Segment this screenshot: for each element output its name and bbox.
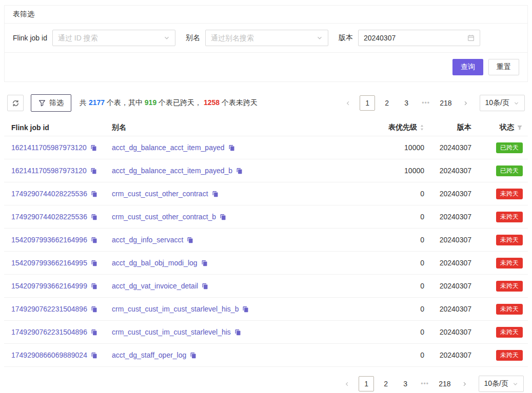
copy-icon[interactable] (91, 260, 97, 266)
alias-link[interactable]: acct_dg_staff_oper_log (112, 351, 186, 359)
table-summary: 共 2177 个表，其中 919 个表已跨天， 1258 个表未跨天 (80, 98, 258, 108)
alias-link[interactable]: crm_cust_cust_other_contract (112, 190, 208, 198)
chevron-down-icon (317, 35, 323, 41)
alias-link[interactable]: crm_cust_cust_im_cust_starlevel_his (112, 328, 231, 336)
filter-button[interactable]: 筛选 (31, 94, 71, 112)
job-id-link[interactable]: 1621411705987973120 (11, 143, 87, 152)
job-id-link[interactable]: 1749290744028225536 (11, 190, 87, 198)
version-value: 20240307 (424, 167, 471, 175)
job-id-link[interactable]: 1621411705987973120 (11, 167, 87, 175)
page-button-3[interactable]: 3 (398, 376, 413, 391)
copy-icon[interactable] (242, 306, 249, 313)
alias-link[interactable]: acct_dg_vat_invoice_detail (112, 282, 198, 290)
copy-icon[interactable] (212, 191, 219, 197)
page-button-last[interactable]: 218 (438, 95, 454, 111)
status-badge: 未跨天 (496, 327, 523, 338)
bottom-pagination-wrap: 1 2 3 ••• 218 10条/页 (4, 376, 528, 392)
copy-icon[interactable] (234, 329, 241, 336)
copy-icon[interactable] (90, 144, 97, 151)
version-date-picker[interactable] (358, 30, 480, 46)
version-label: 版本 (339, 33, 353, 43)
page-button-3[interactable]: 3 (399, 95, 414, 111)
job-id-link[interactable]: 1749290744028225536 (11, 213, 87, 221)
header-version: 版本 (424, 123, 471, 132)
summary-total: 2177 (89, 98, 105, 107)
page-size-select[interactable]: 10条/页 (480, 95, 525, 111)
alias-link[interactable]: acct_dg_bal_obj_modi_log (112, 259, 198, 267)
refresh-icon (12, 99, 19, 107)
alias-cell: acct_dg_vat_invoice_detail (112, 282, 367, 290)
calendar-icon (467, 34, 475, 42)
copy-icon[interactable] (236, 168, 243, 174)
copy-icon[interactable] (90, 168, 97, 174)
sort-carets-icon[interactable] (420, 124, 424, 131)
prev-page-button[interactable] (340, 95, 356, 111)
copy-icon[interactable] (202, 283, 208, 289)
job-id-link[interactable]: 1749290762231504896 (11, 328, 87, 336)
version-date-input[interactable] (364, 34, 464, 42)
job-id-link[interactable]: 1542097993662164996 (11, 236, 87, 244)
copy-icon[interactable] (91, 237, 97, 243)
alias-filter-group: 别名 (186, 30, 328, 46)
job-id-cell: 1621411705987973120 (11, 143, 112, 152)
copy-icon[interactable] (91, 329, 97, 336)
page-button-1[interactable]: 1 (360, 95, 375, 111)
status-cell: 未跨天 (471, 304, 523, 315)
copy-icon[interactable] (91, 352, 97, 359)
next-page-button[interactable] (458, 95, 474, 111)
tables-table: Flink job id 别名 表优先级 版本 状态 1621411705987… (4, 119, 528, 367)
page-size-select[interactable]: 10条/页 (479, 376, 524, 392)
version-value: 20240307 (424, 282, 471, 290)
table-row: 1749290762231504896 crm_cust_cust_im_cus… (4, 321, 528, 344)
header-status: 状态 (471, 123, 523, 132)
reset-button[interactable]: 重置 (488, 59, 519, 75)
copy-icon[interactable] (228, 144, 235, 151)
job-id-cell: 1749290744028225536 (11, 213, 112, 221)
copy-icon[interactable] (91, 283, 97, 289)
priority-value: 10000 (367, 143, 424, 152)
alias-link[interactable]: acct_dg_balance_acct_item_payed (112, 143, 225, 152)
header-priority[interactable]: 表优先级 (367, 123, 424, 132)
alias-link[interactable]: crm_cust_cust_im_cust_starlevel_his_b (112, 305, 239, 313)
copy-icon[interactable] (190, 352, 196, 359)
page-jump-ellipsis[interactable]: ••• (417, 376, 432, 391)
query-button[interactable]: 查询 (452, 59, 483, 75)
job-id-link[interactable]: 1749290866069889024 (11, 351, 87, 359)
status-badge: 未跨天 (496, 189, 523, 199)
page-button-1[interactable]: 1 (359, 376, 374, 391)
alias-cell: acct_dg_staff_oper_log (112, 351, 367, 359)
header-priority-label: 表优先级 (388, 123, 417, 132)
page-button-2[interactable]: 2 (378, 376, 393, 391)
copy-icon[interactable] (91, 306, 97, 313)
alias-link[interactable]: acct_dg_balance_acct_item_payed_b (112, 167, 232, 175)
chevron-down-icon (513, 381, 518, 387)
copy-icon[interactable] (220, 214, 226, 220)
alias-link[interactable]: acct_dg_info_servacct (112, 236, 183, 244)
version-value: 20240307 (424, 305, 471, 313)
copy-icon[interactable] (187, 237, 193, 243)
top-pagination: 1 2 3 ••• 218 10条/页 (340, 95, 525, 111)
job-id-select[interactable] (52, 30, 175, 46)
copy-icon[interactable] (91, 214, 97, 220)
job-id-link[interactable]: 1542097993662164999 (11, 282, 87, 290)
job-id-select-input[interactable] (58, 34, 161, 42)
refresh-button[interactable] (7, 95, 24, 111)
bottom-pagination: 1 2 3 ••• 218 10条/页 (339, 376, 524, 392)
copy-icon[interactable] (91, 191, 97, 197)
version-value: 20240307 (424, 213, 471, 221)
prev-page-button[interactable] (339, 376, 354, 391)
alias-select-input[interactable] (211, 34, 313, 42)
page-button-last[interactable]: 218 (437, 376, 452, 391)
copy-icon[interactable] (201, 260, 208, 266)
alias-select[interactable] (205, 30, 328, 46)
job-id-cell: 1749290762231504896 (11, 328, 112, 336)
alias-link[interactable]: crm_cust_cust_other_contract_b (112, 213, 216, 221)
filter-funnel-icon[interactable] (517, 125, 523, 131)
page-jump-ellipsis[interactable]: ••• (418, 95, 434, 111)
job-id-link[interactable]: 1542097993662164995 (11, 259, 87, 267)
next-page-button[interactable] (457, 376, 472, 391)
table-row: 1749290744028225536 crm_cust_cust_other_… (4, 205, 528, 229)
page-button-2[interactable]: 2 (379, 95, 395, 111)
job-id-link[interactable]: 1749290762231504896 (11, 305, 87, 313)
filter-row: Flink job id 别名 版本 (5, 24, 527, 53)
